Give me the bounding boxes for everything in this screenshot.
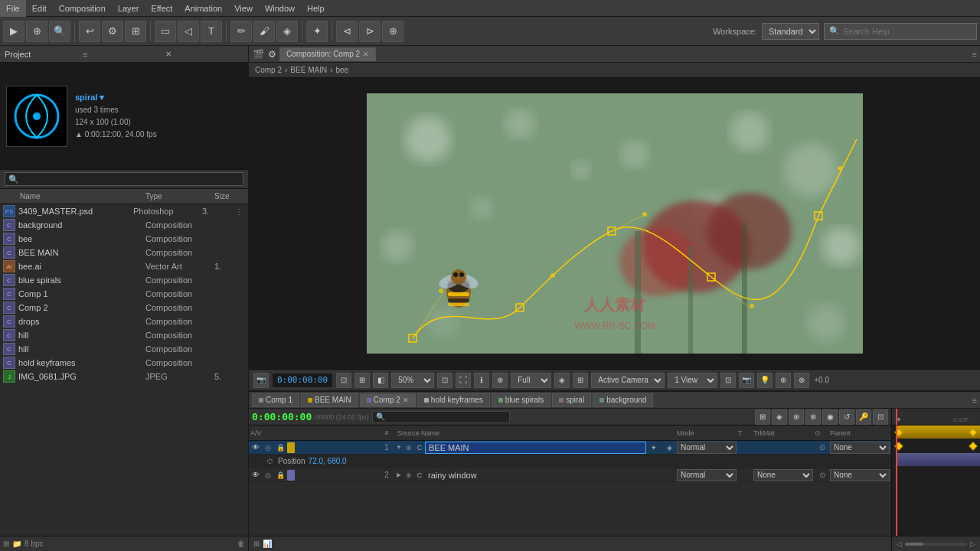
viewer-info-icon[interactable]: ℹ [474, 373, 489, 388]
layer-1-mode[interactable]: Normal [677, 442, 738, 454]
tab-close-comp2[interactable]: ✕ [403, 396, 409, 404]
tl-bottom-new-icon[interactable]: ⊞ [253, 540, 260, 548]
breadcrumb-bee[interactable]: bee [336, 66, 349, 74]
menu-view[interactable]: View [228, 0, 259, 17]
viewer-fit-icon[interactable]: ⊡ [437, 373, 452, 388]
viewer-color-icon[interactable]: ◈ [554, 373, 570, 388]
workspace-select[interactable]: Standard [762, 23, 819, 40]
menu-file[interactable]: File [0, 0, 26, 17]
timeline-bar-layer1[interactable] [892, 425, 980, 439]
viewer-3d-icon[interactable]: ⊡ [720, 373, 736, 388]
breadcrumb-comp2[interactable]: Comp 2 [255, 66, 282, 74]
list-item[interactable]: C Comp 1 Composition [0, 287, 248, 301]
col-name-header[interactable]: Name [17, 192, 130, 201]
tl-tool-2[interactable]: ◈ [772, 409, 787, 425]
layer-2-3d[interactable]: ⊕ [403, 470, 414, 481]
sublayer-stopwatch[interactable]: ⏱ [264, 456, 275, 467]
list-item[interactable]: C hill Composition [0, 328, 248, 342]
menu-animation[interactable]: Animation [178, 0, 228, 17]
viewer-cam-icon[interactable]: 📷 [739, 373, 754, 388]
tool-zoom[interactable]: 🔍 [49, 21, 70, 42]
zoom-select[interactable]: 50% 100% 200% [391, 373, 434, 388]
tool-settings[interactable]: ⊞ [125, 21, 146, 42]
layer-1-mode-select[interactable]: Normal [677, 442, 737, 454]
timeline-tab-spiral[interactable]: spiral [552, 393, 591, 407]
timeline-tab-background[interactable]: background [593, 393, 653, 407]
panel-close-icon[interactable]: ✕ [165, 50, 243, 58]
tl-bottom-graph-icon[interactable]: 📊 [263, 540, 272, 548]
viewer-snapshot-icon[interactable]: 📷 [253, 373, 269, 388]
list-item[interactable]: C bee Composition [0, 232, 248, 246]
camera-select[interactable]: Active Camera [591, 373, 665, 388]
keyframe-pos-4[interactable] [969, 442, 977, 450]
layer-1-visibility[interactable]: 👁 [250, 442, 261, 453]
tl-tool-5[interactable]: ◉ [822, 409, 838, 425]
tool-extra-2[interactable]: ⊳ [359, 21, 381, 42]
layer-2-expand[interactable]: ▶ [394, 471, 403, 480]
layer-2-name[interactable]: rainy window [425, 471, 646, 480]
col-size-header[interactable]: Size [211, 192, 242, 201]
search-input[interactable] [843, 27, 965, 36]
viewer-transparency-icon[interactable]: ◧ [373, 373, 388, 388]
list-item[interactable]: Ai bee.ai Vector Art 1. [0, 259, 248, 273]
list-item[interactable]: J IMG_0681.JPG JPEG 5. [0, 370, 248, 383]
timeline-tab-comp1[interactable]: Comp 1 [252, 393, 299, 407]
quality-select[interactable]: Full Half Third [511, 373, 551, 388]
breadcrumb-beemain[interactable]: BEE MAIN [290, 66, 327, 74]
timeline-layer-2[interactable]: 👁 ◎ 🔒 2 ▶ ⊕ C rainy window [249, 468, 891, 482]
list-item[interactable]: C BEE MAIN Composition [0, 246, 248, 259]
viewer-render-icon[interactable]: ⊕ [492, 373, 508, 388]
composition-viewer[interactable]: 人人素材 WWW.RR-SC.COM [249, 78, 980, 369]
menu-edit[interactable]: Edit [26, 0, 53, 17]
menu-effect[interactable]: Effect [145, 0, 178, 17]
timeline-panel-menu-icon[interactable]: ≡ [972, 396, 977, 405]
tool-paint[interactable]: 🖌 [253, 21, 275, 42]
file-options[interactable]: ⋮ [233, 207, 245, 216]
list-item[interactable]: C Comp 2 Composition [0, 301, 248, 315]
tl-zoom-in-icon[interactable]: ▷ [970, 540, 975, 548]
layer-1-mask[interactable]: ◈ [662, 444, 677, 452]
tool-select[interactable]: ▶ [3, 21, 24, 42]
viewer-grid-icon[interactable]: ⊞ [354, 373, 370, 388]
layer-1-expand[interactable]: ▼ [394, 443, 403, 452]
menu-layer[interactable]: Layer [112, 0, 145, 17]
layer-1-parent[interactable]: None [830, 442, 891, 454]
timeline-search-input[interactable] [372, 411, 510, 423]
col-type-header[interactable]: Type [142, 192, 211, 201]
tool-extra-3[interactable]: ⊕ [382, 21, 403, 42]
layer-1-lock[interactable]: 🔒 [275, 442, 286, 453]
tl-tool-4[interactable]: ⊗ [805, 409, 821, 425]
view-count-select[interactable]: 1 View 2 Views [668, 373, 717, 388]
viewer-checkerboard-icon[interactable]: ⊞ [573, 373, 588, 388]
timeline-zoom-bar[interactable] [905, 543, 967, 546]
layer-2-parent[interactable]: None [830, 469, 891, 481]
project-search-input[interactable] [5, 172, 243, 186]
list-item[interactable]: C blue spirals Composition [0, 273, 248, 287]
layer-2-visibility[interactable]: 👁 [250, 470, 261, 481]
layer-2-mode[interactable]: Normal [677, 469, 738, 481]
layer-2-parent-select[interactable]: None [830, 469, 890, 481]
tool-extra-1[interactable]: ⊲ [336, 21, 358, 42]
tool-stamp[interactable]: ◈ [276, 21, 298, 42]
composition-tab-comp2[interactable]: Composition: Comp 2 ✕ [279, 47, 376, 61]
tool-undo[interactable]: ↩ [79, 21, 100, 42]
tool-rect[interactable]: ▭ [155, 21, 176, 42]
layer-1-3d[interactable]: ⊕ [403, 442, 414, 453]
panel-options-icon[interactable]: ≡ [83, 50, 161, 59]
list-item[interactable]: C drops Composition [0, 315, 248, 328]
menu-help[interactable]: Help [301, 0, 331, 17]
new-comp-icon[interactable]: ⊞ [3, 540, 9, 548]
timeline-tab-bluespirals[interactable]: blue spirals [492, 393, 551, 407]
timeline-tab-holdkf[interactable]: hold keyframes [417, 393, 490, 407]
sublayer-position-value[interactable]: 72.0, 680.0 [309, 457, 347, 465]
tl-tool-6[interactable]: ↺ [839, 409, 854, 425]
tool-rotate[interactable]: ⊕ [26, 21, 47, 42]
timeline-tab-comp2[interactable]: Comp 2 ✕ [360, 393, 416, 407]
timeline-zoom-handle[interactable] [905, 543, 923, 546]
viewer-timecode[interactable]: 0:00:00:00 [272, 373, 333, 388]
tool-text[interactable]: T [201, 21, 222, 42]
list-item[interactable]: PS 3409_MASTER.psd Photoshop 3. ⋮ [0, 204, 248, 218]
list-item[interactable]: C hill Composition [0, 342, 248, 356]
layer-2-lock[interactable]: 🔒 [275, 470, 286, 481]
layer-2-trkmat-select[interactable]: None [753, 469, 813, 481]
